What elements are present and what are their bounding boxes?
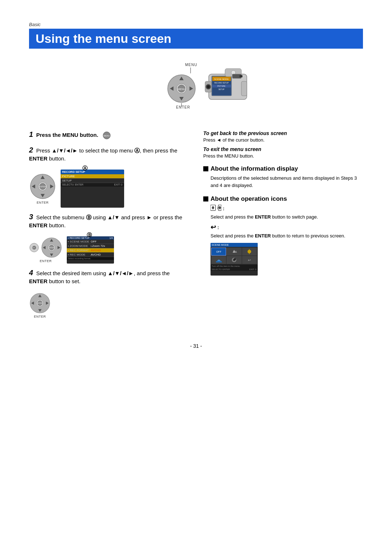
scene-icon-3 bbox=[216, 257, 222, 262]
svg-marker-60 bbox=[212, 206, 214, 208]
screen2-row-1: ▪ SCENE MODE OFF bbox=[67, 240, 114, 244]
svg-text:SETUP: SETUP bbox=[219, 88, 225, 90]
basic-label: Basic bbox=[29, 22, 363, 27]
step-1: 1 Press the MENU button. MENU bbox=[29, 130, 189, 139]
svg-text:ENTER: ENTER bbox=[49, 247, 54, 249]
screen2-footer-note: Select recording format. bbox=[68, 257, 91, 260]
op-icons-section-header: About the operation icons bbox=[203, 195, 363, 203]
menu-title-1: RECORD SETUP bbox=[61, 170, 124, 174]
screen2-row-2: ▪ ZOOM MODE i.Zoom 72x bbox=[67, 244, 114, 248]
svg-text:Ⓓ: Ⓓ bbox=[32, 246, 36, 250]
op-icon-1-desc: Select and press the ENTER button to swi… bbox=[211, 214, 363, 220]
step-2: 2 Press ▲/▼/◄/► to select the top menu Ⓐ… bbox=[29, 146, 189, 163]
step-4-number: 4 bbox=[29, 269, 33, 277]
scene-cell-off: OFF bbox=[211, 248, 226, 256]
op-icon-1-enter: ENTER bbox=[255, 214, 271, 220]
enter-label-2: ENTER bbox=[37, 201, 49, 204]
row3-val: AVCHD bbox=[91, 249, 101, 252]
left-column: 1 Press the MENU button. MENU 2 Press ▲/… bbox=[29, 130, 189, 321]
step-3-screen: Ⓑ ▪ RECORD SETUP 1/4 ▪ SCENE MODE OFF ▪ … bbox=[67, 236, 114, 264]
marker-b: Ⓑ bbox=[87, 232, 92, 239]
camera-diagram-svg: MENU MENU ENTER bbox=[138, 60, 254, 123]
menu-row-picture: PICTURE bbox=[61, 174, 124, 179]
svg-text:MENU: MENU bbox=[185, 63, 197, 67]
scene-footer-note: Turn off this item in the menu. bbox=[212, 265, 240, 267]
svg-text:ENTER: ENTER bbox=[39, 186, 46, 188]
scene-icon-1 bbox=[231, 249, 237, 254]
row2-val: i.Zoom 72x bbox=[91, 244, 105, 248]
menu-footer-left-1: SELECT⊙ ENTER bbox=[62, 183, 83, 186]
menu-footer-right-1: EXIT ⊙ bbox=[114, 183, 123, 186]
row1-val: OFF bbox=[91, 240, 97, 243]
get-back-header: To get back to the previous screen bbox=[203, 130, 363, 136]
enter-label-3: ENTER bbox=[40, 259, 52, 263]
scene-nav-select: SELECT⊙ ENTER bbox=[212, 268, 230, 270]
step-2-diagram: ENTER ENTER Ⓐ RECORD SETUP PICTURE SETUP bbox=[29, 170, 189, 208]
scene-cell-4 bbox=[226, 256, 241, 264]
svg-text:MENU: MENU bbox=[103, 135, 110, 137]
step-4: 4 Select the desired item using ▲/▼/◄/►,… bbox=[29, 269, 189, 286]
svg-marker-61 bbox=[212, 208, 214, 209]
scene-nav-bar: SELECT⊙ ENTER EXIT ⊙ bbox=[211, 268, 258, 271]
scene-mockup: SCENE MODE OFF bbox=[211, 243, 258, 276]
svg-rect-29 bbox=[240, 75, 242, 77]
svg-point-15 bbox=[207, 85, 210, 88]
op-icons-square bbox=[203, 196, 208, 201]
op-icon-2-row: ↩ : bbox=[211, 223, 363, 231]
step-4-controller: ENTER ENTER bbox=[29, 292, 51, 318]
menu-setup-label: SETUP bbox=[62, 179, 72, 182]
op-icon-2-enter: ENTER bbox=[255, 233, 271, 239]
marker-a: Ⓐ bbox=[82, 165, 87, 172]
get-back-body: Press ◄ of the cursor button. bbox=[203, 137, 363, 143]
controller-svg-4: ENTER bbox=[29, 292, 51, 314]
page-title: Using the menu screen bbox=[36, 32, 356, 46]
svg-text:MENU: MENU bbox=[178, 88, 185, 90]
step-2-controller: ENTER ENTER bbox=[29, 173, 56, 204]
svg-point-68 bbox=[248, 250, 251, 253]
svg-rect-71 bbox=[216, 261, 222, 262]
op-icon-2-symbol: ↩ bbox=[211, 223, 216, 231]
step-1-bold: Press the MENU button. bbox=[36, 132, 98, 138]
row2-label: ▪ ZOOM MODE bbox=[68, 244, 90, 248]
op-icon-1-colon: : bbox=[223, 206, 224, 211]
scene-cell-return: ↩ bbox=[242, 256, 257, 264]
page: Basic Using the menu screen MENU bbox=[0, 0, 392, 554]
svg-marker-65 bbox=[219, 208, 221, 209]
screen2-page: 1/4 bbox=[109, 237, 113, 239]
scene-title: SCENE MODE bbox=[211, 243, 258, 247]
return-icon: ↩ bbox=[248, 258, 251, 262]
step-4-text: Select the desired item using ▲/▼/◄/►, a… bbox=[29, 270, 170, 285]
step-4-diagram: ENTER ENTER bbox=[29, 292, 189, 318]
svg-rect-30 bbox=[241, 81, 247, 96]
controller-svg-3: ENTER bbox=[41, 237, 62, 258]
menu-button-icon: MENU bbox=[103, 131, 111, 139]
op-icon-1-symbol: / bbox=[211, 205, 221, 212]
op-icon-2-section: ↩ : Select and press the ENTER button to… bbox=[211, 223, 363, 239]
d-marker-svg: Ⓓ bbox=[29, 243, 39, 253]
op-icon-2-colon: : bbox=[217, 225, 219, 230]
updown-icon-svg: / bbox=[211, 205, 221, 211]
right-column: To get back to the previous screen Press… bbox=[203, 130, 363, 321]
op-icon-1-row: / : bbox=[211, 205, 363, 212]
step-1-text: Press the MENU button. bbox=[35, 132, 100, 138]
svg-text:SCENE MODE: SCENE MODE bbox=[214, 78, 229, 80]
scene-screen-container: SCENE MODE OFF bbox=[211, 243, 363, 276]
content-area: 1 Press the MENU button. MENU 2 Press ▲/… bbox=[29, 130, 363, 321]
step-2-number: 2 bbox=[29, 146, 33, 154]
step-3-ctrl-row: Ⓓ ENTER bbox=[29, 237, 62, 258]
info-display-body: Descriptions of the selected submenus an… bbox=[211, 175, 363, 189]
op-icon-2-desc: Select and press the ENTER button to ret… bbox=[211, 233, 363, 239]
op-icon-1-section: / : Select and press the ENTER button to… bbox=[211, 205, 363, 220]
menu-row-setup: SETUP bbox=[61, 179, 124, 183]
scene-footer: Turn off this item in the menu. bbox=[211, 265, 258, 268]
step-2-text: Press ▲/▼/◄/► to select the top menu Ⓐ, … bbox=[29, 147, 177, 162]
exit-header: To exit the menu screen bbox=[203, 146, 363, 152]
menu-screen-2: ▪ RECORD SETUP 1/4 ▪ SCENE MODE OFF ▪ ZO… bbox=[67, 236, 114, 264]
scene-nav-exit: EXIT ⊙ bbox=[249, 268, 257, 270]
row3-label: ▪ REC FORMAT bbox=[68, 249, 90, 252]
svg-text:RECORD SETUP: RECORD SETUP bbox=[214, 82, 229, 84]
svg-text:ENTER: ENTER bbox=[37, 302, 43, 304]
step-2-screen: Ⓐ RECORD SETUP PICTURE SETUP SELECT⊙ ENT… bbox=[61, 170, 124, 208]
scene-grid: OFF bbox=[211, 247, 258, 265]
step-3-text: Select the submenu Ⓑ using ▲/▼ and press… bbox=[29, 214, 182, 229]
